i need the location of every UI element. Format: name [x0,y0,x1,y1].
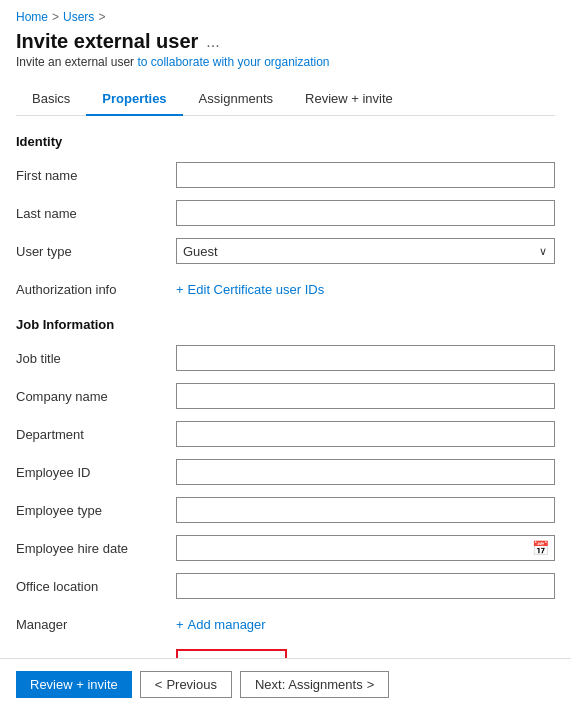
subtitle-link[interactable]: to collaborate with your organization [137,55,329,69]
first-name-label: First name [16,168,176,183]
office-location-row: Office location [16,572,555,600]
manager-row: Manager + Add manager [16,610,555,638]
review-invite-button[interactable]: Review + invite [16,671,132,698]
previous-label: Previous [166,677,217,692]
job-info-section-title: Job Information [16,317,555,332]
employee-hire-date-row: Employee hire date 📅 [16,534,555,562]
job-title-input[interactable] [176,345,555,371]
first-name-input[interactable] [176,162,555,188]
job-info-section: Job Information Job title Company name D… [16,317,555,676]
employee-id-field [176,459,555,485]
job-title-label: Job title [16,351,176,366]
employee-type-input[interactable] [176,497,555,523]
page-subtitle: Invite an external user to collaborate w… [16,55,555,69]
manager-field: + Add manager [176,617,555,632]
manager-label: Manager [16,617,176,632]
tab-review[interactable]: Review + invite [289,83,409,116]
user-type-field: Guest Member ∨ [176,238,555,264]
chevron-left-icon: < [155,677,163,692]
breadcrumb-home[interactable]: Home [16,10,48,24]
identity-section: Identity First name Last name User type [16,134,555,303]
employee-type-row: Employee type [16,496,555,524]
employee-id-input[interactable] [176,459,555,485]
first-name-row: First name [16,161,555,189]
employee-hire-date-label: Employee hire date [16,541,176,556]
plus-icon: + [176,282,184,297]
office-location-field [176,573,555,599]
edit-certificate-link[interactable]: + Edit Certificate user IDs [176,282,555,297]
date-input-wrapper: 📅 [176,535,555,561]
user-type-select-wrapper: Guest Member ∨ [176,238,555,264]
job-title-row: Job title [16,344,555,372]
last-name-label: Last name [16,206,176,221]
breadcrumb: Home > Users > [16,10,555,24]
identity-section-title: Identity [16,134,555,149]
job-title-field [176,345,555,371]
department-input[interactable] [176,421,555,447]
company-name-field [176,383,555,409]
employee-type-label: Employee type [16,503,176,518]
tabs-bar: Basics Properties Assignments Review + i… [16,83,555,116]
previous-button[interactable]: < Previous [140,671,232,698]
auth-info-row: Authorization info + Edit Certificate us… [16,275,555,303]
company-name-row: Company name [16,382,555,410]
last-name-field [176,200,555,226]
add-manager-button[interactable]: + Add manager [176,617,266,632]
user-type-select[interactable]: Guest Member [176,238,555,264]
breadcrumb-sep1: > [52,10,59,24]
auth-info-label: Authorization info [16,282,176,297]
last-name-row: Last name [16,199,555,227]
user-type-label: User type [16,244,176,259]
breadcrumb-users[interactable]: Users [63,10,94,24]
add-manager-label: Add manager [188,617,266,632]
breadcrumb-sep2: > [98,10,105,24]
company-name-input[interactable] [176,383,555,409]
page-title: Invite external user ... [16,30,555,53]
office-location-input[interactable] [176,573,555,599]
office-location-label: Office location [16,579,176,594]
tab-properties[interactable]: Properties [86,83,182,116]
next-button[interactable]: Next: Assignments > [240,671,389,698]
employee-id-label: Employee ID [16,465,176,480]
department-row: Department [16,420,555,448]
edit-certificate-label: Edit Certificate user IDs [188,282,325,297]
footer: Review + invite < Previous Next: Assignm… [0,658,571,710]
chevron-right-icon: > [367,677,375,692]
page-title-ellipsis[interactable]: ... [206,33,219,51]
employee-type-field [176,497,555,523]
last-name-input[interactable] [176,200,555,226]
department-label: Department [16,427,176,442]
employee-hire-date-field: 📅 [176,535,555,561]
auth-info-field: + Edit Certificate user IDs [176,282,555,297]
employee-id-row: Employee ID [16,458,555,486]
plus-icon: + [176,617,184,632]
first-name-field [176,162,555,188]
next-label: Next: Assignments [255,677,363,692]
tab-assignments[interactable]: Assignments [183,83,289,116]
user-type-row: User type Guest Member ∨ [16,237,555,265]
tab-basics[interactable]: Basics [16,83,86,116]
employee-hire-date-input[interactable] [176,535,555,561]
department-field [176,421,555,447]
company-name-label: Company name [16,389,176,404]
